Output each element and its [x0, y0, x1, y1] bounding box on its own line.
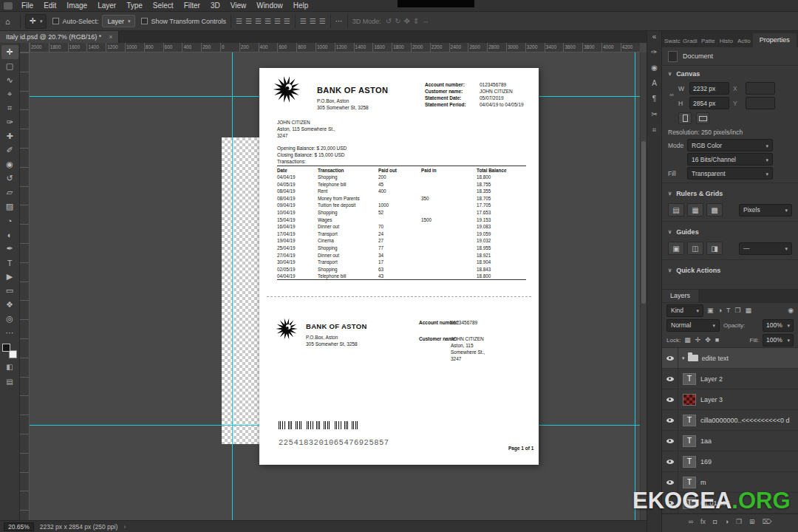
text-layer-thumbnail[interactable]: T: [683, 373, 696, 385]
active-tool-indicator[interactable]: ✛: [25, 14, 47, 29]
type-layers-filter-icon[interactable]: T: [726, 307, 731, 314]
edit-toolbar-icon[interactable]: ⋯: [1, 326, 18, 340]
text-layer-thumbnail[interactable]: T: [683, 477, 696, 488]
tab-layers[interactable]: Layers: [662, 290, 698, 302]
eyedropper-tool[interactable]: ✑: [1, 115, 18, 129]
layer-visibility-eye-icon[interactable]: [662, 389, 678, 409]
show-transform-checkbox[interactable]: Show Transform Controls: [141, 18, 226, 25]
canvas-fill-select[interactable]: Transparent: [687, 167, 773, 180]
align-icon[interactable]: ☰: [255, 17, 262, 25]
dodge-tool[interactable]: ◐: [1, 228, 18, 242]
distribute-icon[interactable]: ☰: [300, 17, 307, 25]
pixel-layers-filter-icon[interactable]: ▣: [707, 307, 714, 314]
distribute-icon[interactable]: ☰: [319, 17, 326, 25]
menu-item-file[interactable]: File: [16, 0, 38, 12]
lasso-tool[interactable]: ∿: [1, 73, 18, 87]
layer-visibility-eye-icon[interactable]: [662, 410, 678, 430]
lock-all-icon[interactable]: ■: [715, 336, 719, 344]
3d-mode-icon[interactable]: ⇕: [413, 17, 419, 25]
layer-name[interactable]: edite text: [702, 355, 729, 362]
gradient-tool[interactable]: ▨: [1, 200, 18, 214]
menu-item-layer[interactable]: Layer: [92, 0, 121, 12]
layer-row-edite-text[interactable]: ▾edite text: [662, 348, 798, 369]
color-swatches[interactable]: [2, 344, 17, 358]
pen-tool[interactable]: ✒: [1, 242, 18, 256]
layer-visibility-eye-icon[interactable]: [662, 369, 678, 389]
menu-item-3d[interactable]: 3D: [205, 0, 225, 12]
ruler-units-select[interactable]: Pixels: [739, 204, 792, 216]
quick-mask-icon[interactable]: ◧: [1, 361, 18, 373]
canvas-section-header[interactable]: ∨ Canvas: [662, 66, 798, 81]
menu-item-view[interactable]: View: [225, 0, 252, 12]
expand-chevron-icon[interactable]: ▾: [682, 355, 685, 361]
clone-source-icon[interactable]: ◉: [651, 64, 658, 72]
tab-properties[interactable]: Properties: [753, 33, 797, 47]
3d-mode-icon[interactable]: ↺: [386, 17, 392, 25]
auto-select-checkbox[interactable]: Auto-Select:: [52, 18, 98, 25]
portrait-orientation-button[interactable]: [678, 112, 692, 124]
vertical-ruler[interactable]: [20, 52, 30, 520]
quick-actions-section-header[interactable]: ∨ Quick Actions: [662, 262, 798, 278]
lock-paint-icon[interactable]: ✛: [695, 336, 701, 344]
layer-row-layer-3[interactable]: Layer 3: [662, 389, 798, 410]
guides-section-header[interactable]: ∨ Guides: [662, 224, 798, 239]
layer-name[interactable]: 1aa: [700, 437, 712, 445]
bit-depth-select[interactable]: 16 Bits/Channel: [687, 153, 773, 166]
guide-style-select[interactable]: —: [739, 242, 792, 255]
grid-icon[interactable]: ▦: [687, 203, 703, 216]
delete-layer-icon[interactable]: ⌦: [763, 518, 772, 525]
align-icon[interactable]: ☰: [274, 17, 281, 25]
move-tool[interactable]: ✛: [1, 45, 18, 59]
opacity-field[interactable]: 100%: [763, 319, 794, 332]
new-guide-icon[interactable]: ▣: [668, 242, 684, 255]
text-layer-thumbnail[interactable]: T: [683, 435, 696, 447]
menu-item-select[interactable]: Select: [148, 0, 179, 12]
rulers-grids-section-header[interactable]: ∨ Rulers & Grids: [662, 185, 798, 201]
close-tab-icon[interactable]: ×: [109, 33, 112, 41]
type-tool[interactable]: T: [1, 256, 18, 270]
layer-row-layer-2[interactable]: TLayer 2: [662, 369, 798, 389]
horizontal-ruler[interactable]: 2000180016001400120010008006004002000200…: [30, 43, 640, 52]
blur-tool[interactable]: ◔: [1, 214, 18, 228]
canvas-width-field[interactable]: 2232 px: [689, 82, 729, 95]
layer-filter-kind-select[interactable]: Kind: [666, 304, 703, 317]
text-layer-thumbnail[interactable]: T: [683, 415, 696, 426]
scrollbar-thumb[interactable]: [641, 141, 646, 304]
crop-tool[interactable]: ⌗: [1, 101, 18, 115]
marquee-tool[interactable]: ▢: [1, 59, 18, 73]
canvas-x-field[interactable]: [746, 82, 775, 95]
ruler-icon[interactable]: ▤: [668, 203, 684, 216]
layer-name[interactable]: Layer 2: [700, 375, 723, 383]
align-icon[interactable]: ☰: [284, 17, 290, 25]
layer-name[interactable]: 169: [700, 458, 712, 466]
collapse-panels-icon[interactable]: «: [652, 33, 657, 41]
layer-row-169[interactable]: T169: [662, 451, 798, 472]
menu-item-window[interactable]: Window: [251, 0, 288, 12]
menu-item-type[interactable]: Type: [121, 0, 148, 12]
clone-stamp-tool[interactable]: ◉: [1, 157, 18, 171]
layer-mask-icon[interactable]: ◘: [713, 518, 717, 525]
blend-mode-select[interactable]: Normal: [666, 319, 720, 332]
filter-toggle-icon[interactable]: ◉: [788, 307, 794, 314]
character-panel-icon[interactable]: A: [652, 80, 657, 87]
3d-mode-icon[interactable]: ✥: [404, 17, 410, 25]
more-options-icon[interactable]: ⋯: [335, 17, 343, 25]
new-layer-icon[interactable]: ⊞: [749, 518, 755, 525]
eraser-tool[interactable]: ▱: [1, 185, 18, 200]
link-dimensions-icon[interactable]: ∞: [669, 92, 674, 98]
smart-object-filter-icon[interactable]: ▦: [746, 307, 752, 314]
layer-name[interactable]: cilla0000000..<<<<<<<<<<0 d: [700, 417, 790, 424]
3d-mode-icon[interactable]: ⇔: [422, 17, 429, 25]
foreground-color-swatch[interactable]: [2, 344, 10, 352]
adjustment-fill-icon[interactable]: ◑: [725, 518, 729, 525]
quick-selection-tool[interactable]: ⌖: [1, 87, 18, 101]
fill-field[interactable]: 100%: [763, 334, 794, 347]
layer-visibility-eye-icon[interactable]: [662, 431, 678, 451]
ruler-origin-corner[interactable]: [20, 43, 30, 52]
layer-row-1aa[interactable]: T1aa: [662, 431, 798, 451]
new-group-icon[interactable]: ❐: [736, 518, 742, 525]
text-layer-thumbnail[interactable]: T: [683, 456, 696, 468]
guide-layout-icon[interactable]: ◫: [687, 242, 703, 255]
paragraph-panel-icon[interactable]: ¶: [652, 95, 656, 103]
zoom-tool[interactable]: ◎: [1, 312, 18, 326]
